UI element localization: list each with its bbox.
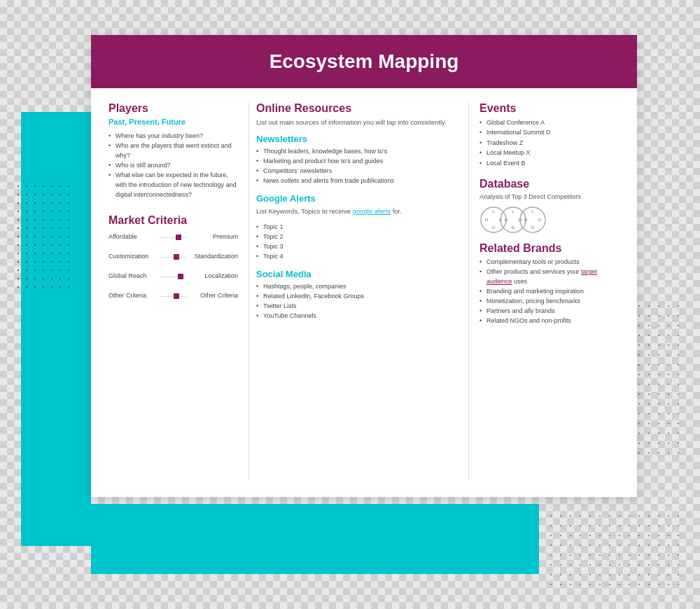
criteria-label-other-left: Other Criteria <box>108 292 158 299</box>
online-resources-section: Online Resources List out main sources o… <box>256 102 461 127</box>
related-brands-title: Related Brands <box>479 242 620 255</box>
list-item: Topic 2 <box>256 232 461 242</box>
left-column: Players Past, Present, Future Where has … <box>108 102 238 480</box>
list-item: Topic 4 <box>256 252 461 262</box>
list-item: Local Meetup X <box>479 148 620 158</box>
database-desc: Analysis of Top 3 Direct Competitors <box>479 193 620 200</box>
main-card: Ecosystem Mapping Players Past, Present,… <box>91 35 637 497</box>
events-list: Global Conference A International Summit… <box>479 118 620 168</box>
list-item: Related NGOs and non-profits <box>479 316 620 326</box>
middle-column: Online Resources List out main sources o… <box>248 102 469 480</box>
criteria-label-global: Global Reach <box>108 272 158 279</box>
newsletters-title: Newsletters <box>256 134 461 144</box>
cyan-rect-left <box>21 112 91 546</box>
players-title: Players <box>108 102 238 115</box>
list-item: What else can be expected in the future,… <box>108 171 238 200</box>
card-header: Ecosystem Mapping <box>91 35 637 88</box>
social-media-list: Hashtags, people, companies Related Link… <box>256 282 461 321</box>
google-alerts-list: Topic 1 Topic 2 Topic 3 Topic 4 <box>256 223 461 262</box>
card-content: Players Past, Present, Future Where has … <box>91 88 637 494</box>
database-title: Database <box>479 178 620 190</box>
venn-diagram: L O O G L O O G <box>479 206 620 234</box>
social-media-title: Social Media <box>256 269 461 279</box>
list-item: Marketing and product how to's and guide… <box>256 157 461 167</box>
list-item: Topic 3 <box>256 242 461 252</box>
svg-text:L: L <box>492 209 495 214</box>
criteria-label-other-right: Other Criteria <box>189 292 238 299</box>
criteria-row-3: Global Reach Localization <box>108 269 238 283</box>
players-subtitle: Past, Present, Future <box>108 118 238 126</box>
google-alerts-suffix: for. <box>391 207 402 215</box>
online-resources-desc: List out main sources of information you… <box>256 118 461 127</box>
criteria-row-4: Other Criteria Other Criteria <box>108 288 238 302</box>
dot-pattern-bottom-right <box>546 511 686 588</box>
related-brands-list: Complementary tools or products Other pr… <box>479 258 620 326</box>
events-section: Events Global Conference A International… <box>479 102 620 168</box>
svg-text:G: G <box>512 225 515 230</box>
list-item: Who is still around? <box>108 161 238 171</box>
list-item: Thought leaders, knowledge bases, how to… <box>256 147 461 157</box>
list-item: Topic 1 <box>256 223 461 232</box>
page-title: Ecosystem Mapping <box>112 50 616 73</box>
related-brands-section: Related Brands Complementary tools or pr… <box>479 242 620 326</box>
list-item: Branding and marketing inspiration <box>479 287 620 297</box>
market-criteria-section: Market Criteria Affordable Premium Custo… <box>108 214 238 302</box>
newsletters-list: Thought leaders, knowledge bases, how to… <box>256 147 461 186</box>
svg-text:O: O <box>538 218 542 222</box>
criteria-bar-1 <box>160 231 186 244</box>
google-alerts-prefix: List Keywords, Topics to receive <box>256 207 353 215</box>
criteria-bar-2 <box>160 251 186 263</box>
svg-text:L: L <box>512 209 514 214</box>
database-section: Database Analysis of Top 3 Direct Compet… <box>479 178 620 326</box>
list-item: Local Event B <box>479 158 620 168</box>
list-item: Related LinkedIn, Facebook Groups <box>256 292 461 302</box>
social-media-section: Social Media Hashtags, people, companies… <box>256 269 461 321</box>
list-item: News outlets and alerts from trade publi… <box>256 176 461 186</box>
cyan-rect-bottom <box>91 504 539 574</box>
market-criteria-title: Market Criteria <box>108 214 238 227</box>
google-alerts-title: Google Alerts <box>256 193 461 204</box>
criteria-bar-4 <box>160 290 186 302</box>
criteria-label-premium: Premium <box>189 233 238 240</box>
right-column: Events Global Conference A International… <box>479 102 620 480</box>
criteria-label-customization: Customization <box>108 253 158 260</box>
google-alerts-section: Google Alerts List Keywords, Topics to r… <box>256 193 461 262</box>
google-alerts-link: google alerts <box>353 207 391 215</box>
list-item: Monetization, pricing benchmarks <box>479 297 620 307</box>
list-item: Twitter Lists <box>256 302 461 312</box>
newsletters-section: Newsletters Thought leaders, knowledge b… <box>256 134 461 186</box>
svg-text:G: G <box>492 225 496 230</box>
online-resources-title: Online Resources <box>256 102 461 115</box>
list-item: Other products and services your target … <box>479 267 620 287</box>
criteria-bar-3 <box>160 270 186 283</box>
list-item: Complementary tools or products <box>479 258 620 267</box>
list-item: Tradeshow Z <box>479 138 620 148</box>
criteria-label-affordable: Affordable <box>108 233 158 240</box>
svg-text:L: L <box>531 209 534 214</box>
svg-text:G: G <box>531 225 535 230</box>
criteria-row-1: Affordable Premium <box>108 230 238 244</box>
dot-pattern-left <box>14 182 70 294</box>
svg-text:O: O <box>505 218 508 222</box>
list-item: YouTube Channels <box>256 312 461 321</box>
google-alerts-desc: List Keywords, Topics to receive google … <box>256 206 461 216</box>
list-item: Who are the players that went extinct an… <box>108 141 238 161</box>
criteria-label-standardization: Standardization <box>189 253 238 260</box>
list-item: Global Conference A <box>479 118 620 127</box>
list-item: Where has your industry been? <box>108 132 238 141</box>
criteria-row-2: Customization Standardization <box>108 249 238 263</box>
list-item: International Summit D <box>479 127 620 137</box>
list-item: Hashtags, people, companies <box>256 282 461 292</box>
players-section: Players Past, Present, Future Where has … <box>108 102 238 200</box>
venn-circle-3: L O O G <box>519 206 547 234</box>
events-title: Events <box>479 102 620 115</box>
list-item: Competitors' newsletters <box>256 167 461 176</box>
svg-text:O: O <box>485 218 489 222</box>
list-item: Partners and ally brands <box>479 307 620 316</box>
target-audience-link: target audience <box>486 268 597 285</box>
players-list: Where has your industry been? Who are th… <box>108 132 238 200</box>
criteria-label-localization: Localization <box>189 272 238 279</box>
svg-text:O: O <box>524 218 528 222</box>
